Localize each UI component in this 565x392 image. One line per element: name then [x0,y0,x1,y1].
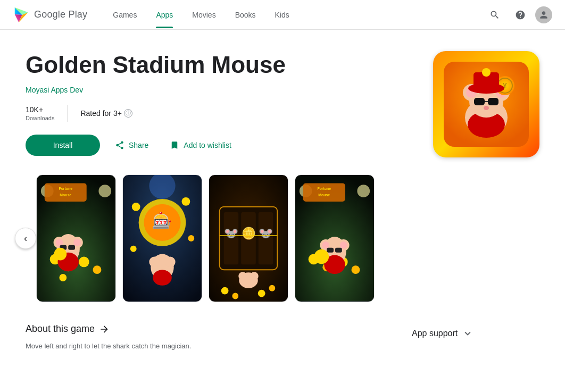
about-section: About this game Move left and right to l… [26,323,380,352]
svg-point-54 [130,246,137,252]
nav-books[interactable]: Books [227,6,264,23]
app-icon: ¥ [433,51,539,157]
install-button[interactable]: Install [26,135,100,156]
screenshot-2: 🎰 [122,174,202,302]
downloads-value: 10K+ [26,105,43,114]
svg-text:🎰: 🎰 [153,211,172,230]
svg-point-48 [149,257,160,268]
downloads-label: Downloads [26,115,54,121]
svg-point-84 [322,241,329,249]
svg-point-68 [232,293,238,299]
svg-rect-74 [303,183,345,202]
svg-text:🐭: 🐭 [224,226,239,240]
svg-rect-25 [45,183,87,202]
rating-meta: Rated for 3+ ⓘ [80,109,132,118]
nav-apps[interactable]: Apps [147,6,181,23]
svg-point-37 [73,239,81,246]
svg-point-67 [221,287,229,295]
about-title[interactable]: About this game [26,323,380,335]
svg-point-85 [340,241,347,249]
prev-screenshot-button[interactable]: ‹ [15,228,36,249]
svg-text:🪙: 🪙 [242,226,256,240]
user-icon [538,10,549,20]
rating-value: Rated for 3+ ⓘ [80,109,132,118]
svg-rect-39 [68,245,75,250]
wishlist-button[interactable]: Add to wishlist [163,136,237,154]
svg-text:🐭: 🐭 [259,226,273,240]
svg-point-66 [250,272,259,280]
rating-info-icon[interactable]: ⓘ [124,109,132,118]
chevron-down-icon [462,328,473,339]
svg-text:Fortune: Fortune [317,187,331,190]
svg-point-69 [258,290,265,297]
svg-point-49 [165,257,176,268]
about-description: Move left and right to let the shark cat… [26,341,380,352]
help-button[interactable] [510,4,531,26]
search-icon [489,10,500,20]
google-play-logo[interactable]: Google Play [13,6,87,23]
svg-point-15 [484,106,489,110]
app-info: Golden Stadium Mouse Moyasi Apps Dev 10K… [26,51,412,156]
bookmark-icon [170,140,179,150]
arrow-right-icon [99,324,110,335]
svg-point-65 [238,272,247,280]
developer-link[interactable]: Moyasi Apps Dev [26,86,412,94]
svg-point-89 [314,249,329,264]
header-actions [484,4,552,26]
header: Google Play Games Apps Movies Books Kids [0,0,565,30]
share-icon [115,140,124,150]
svg-point-30 [79,257,89,268]
top-section: Golden Stadium Mouse Moyasi Apps Dev 10K… [26,51,539,157]
lower-section: About this game Move left and right to l… [26,323,539,352]
downloads-meta: 10K+ Downloads [26,105,54,121]
share-button[interactable]: Share [109,136,155,154]
svg-point-52 [182,197,190,206]
search-button[interactable] [484,4,505,26]
svg-point-21 [482,68,491,77]
svg-point-36 [56,239,63,246]
app-support[interactable]: App support [412,323,539,344]
svg-point-50 [153,270,172,286]
svg-text:Fortune: Fortune [59,187,72,190]
main-content: Golden Stadium Mouse Moyasi Apps Dev 10K… [0,30,565,373]
meta-row: 10K+ Downloads Rated for 3+ ⓘ [26,105,412,122]
brand-name: Google Play [34,9,87,20]
lower-right: App support [412,323,539,352]
svg-rect-13 [488,98,498,105]
main-nav: Games Apps Movies Books Kids [104,6,484,23]
meta-divider [67,105,68,122]
screenshots-wrapper: ‹ [26,174,539,302]
svg-rect-12 [474,98,485,105]
nav-kids[interactable]: Kids [267,6,298,23]
screenshot-3: 🐭 🪙 🐭 [209,174,288,302]
svg-rect-87 [335,248,342,253]
svg-point-31 [93,265,102,274]
svg-text:Mouse: Mouse [60,193,71,197]
svg-point-41 [54,248,67,261]
lower-left: About this game Move left and right to l… [26,323,380,352]
app-title: Golden Stadium Mouse [26,51,412,79]
svg-point-70 [269,285,275,291]
app-icon-container: ¥ [433,51,539,157]
svg-point-73 [357,185,370,197]
screenshot-1: Fortune Mouse [36,174,116,302]
svg-point-51 [132,203,140,211]
screenshots-scroll: Fortune Mouse [26,174,375,302]
nav-games[interactable]: Games [104,6,145,23]
help-icon [515,10,526,20]
svg-point-24 [98,185,111,197]
screenshot-4: Fortune Mouse [295,174,375,302]
svg-text:Mouse: Mouse [318,193,330,197]
svg-point-32 [59,274,67,281]
app-icon-svg: ¥ [444,62,529,147]
svg-point-53 [188,235,194,241]
svg-point-80 [352,265,360,274]
avatar[interactable] [535,6,552,23]
action-row: Install Share Add to wishlist [26,135,412,156]
screenshots-section: ‹ [26,174,539,302]
svg-rect-86 [327,248,334,253]
nav-movies[interactable]: Movies [184,6,224,23]
